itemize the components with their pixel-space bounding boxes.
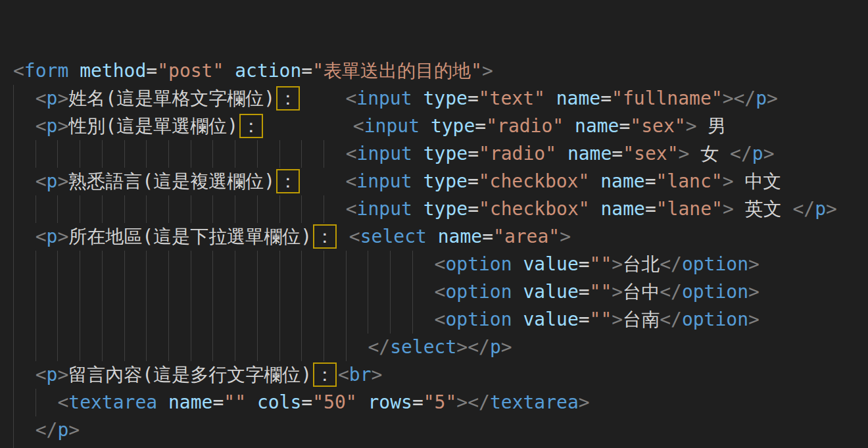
- code-token: "sex": [623, 143, 678, 164]
- code-token: =: [146, 60, 157, 82]
- code-line[interactable]: <option value="">台中</option>: [13, 278, 868, 306]
- code-line[interactable]: <p><input type="submit" value="送出表單"></p…: [13, 444, 868, 448]
- code-token: =: [645, 170, 656, 192]
- code-token: option: [445, 309, 512, 330]
- code-token: [338, 226, 349, 247]
- indent-guide: [13, 85, 36, 112]
- code-token: "lane": [656, 198, 723, 220]
- code-token: 台中: [623, 281, 660, 303]
- code-token: <: [346, 198, 357, 220]
- code-token: </: [36, 419, 58, 441]
- code-token: >: [826, 198, 837, 220]
- code-token: "": [590, 309, 612, 330]
- code-token: 性別(這是單選欄位): [68, 115, 238, 137]
- indent-guide: [13, 389, 57, 416]
- code-token: input: [357, 198, 412, 220]
- code-token: p: [47, 364, 58, 386]
- code-line[interactable]: </select></p>: [13, 334, 868, 361]
- code-token: </: [468, 391, 490, 413]
- code-token: name: [575, 115, 619, 137]
- code-token: cols: [257, 391, 301, 413]
- code-token: >: [482, 60, 493, 82]
- code-token: input: [357, 143, 412, 164]
- code-line[interactable]: <option value="">台南</option>: [13, 306, 868, 334]
- code-token: </: [793, 198, 815, 220]
- code-token: =: [619, 115, 630, 137]
- code-token: >: [679, 143, 690, 164]
- code-token: p: [47, 226, 58, 247]
- code-line[interactable]: <p>留言內容(這是多行文字欄位)：<br>: [13, 361, 868, 389]
- code-token: "": [590, 281, 612, 303]
- code-token: select: [390, 336, 456, 358]
- code-token: >: [501, 336, 512, 358]
- code-token: </: [368, 336, 390, 358]
- code-token: [589, 170, 600, 192]
- code-token: </: [730, 143, 752, 164]
- code-token: value: [523, 309, 578, 330]
- code-line[interactable]: <textarea name="" cols="50" rows="5"></t…: [13, 389, 868, 416]
- code-line[interactable]: <p>性別(這是單選欄位)： <input type="radio" name=…: [13, 112, 868, 140]
- code-token: >: [612, 309, 623, 330]
- code-line[interactable]: <input type="radio" name="sex"> 女 </p>: [13, 140, 868, 168]
- code-token: type: [423, 143, 468, 164]
- code-token: type: [423, 170, 467, 192]
- code-token: <: [345, 87, 356, 109]
- code-token: >: [748, 281, 760, 303]
- code-line[interactable]: <p>所在地區(這是下拉選單欄位)： <select name="area">: [13, 223, 868, 251]
- code-token: <: [345, 170, 356, 192]
- code-line[interactable]: <form method="post" action="表單送出的目的地">: [13, 57, 868, 85]
- code-token: </: [734, 87, 756, 109]
- code-token: "fullname": [612, 87, 723, 109]
- code-token: name: [556, 87, 600, 109]
- code-token: [412, 170, 423, 192]
- code-token: name: [600, 170, 644, 192]
- code-token: [590, 198, 601, 220]
- code-token: "表單送出的目的地": [312, 60, 482, 82]
- code-token: [357, 391, 368, 413]
- code-token: form: [24, 60, 68, 82]
- code-token: >: [686, 115, 697, 137]
- code-token: =: [475, 115, 486, 137]
- code-line[interactable]: <option value="">台北</option>: [13, 251, 868, 278]
- code-token: 所在地區(這是下拉選單欄位): [68, 226, 312, 247]
- code-token: <: [36, 226, 47, 247]
- code-token: p: [47, 87, 58, 109]
- code-token: [427, 226, 438, 247]
- code-token: p: [752, 143, 763, 164]
- code-token: <: [435, 281, 446, 303]
- code-token: "": [590, 253, 612, 275]
- code-token: value: [523, 253, 578, 275]
- indent-guide: [13, 334, 368, 361]
- code-token: name: [600, 198, 644, 220]
- code-token: name: [438, 226, 482, 247]
- code-line[interactable]: <p>熟悉語言(這是複選欄位)： <input type="checkbox" …: [13, 168, 868, 195]
- code-token: >: [57, 87, 68, 109]
- code-token: [512, 253, 523, 275]
- code-token: 英文: [734, 198, 793, 220]
- code-token: <: [36, 115, 47, 137]
- unicode-highlight-box: ：: [313, 362, 337, 387]
- code-token: 熟悉語言(這是複選欄位): [68, 170, 275, 192]
- code-token: =: [482, 226, 493, 247]
- code-token: textarea: [68, 391, 157, 413]
- code-token: =: [468, 143, 479, 164]
- code-token: >: [57, 170, 68, 192]
- code-token: type: [423, 198, 468, 220]
- code-token: "radio": [486, 115, 564, 137]
- code-token: "sex": [630, 115, 685, 137]
- code-token: >: [767, 87, 778, 109]
- code-token: "5": [423, 391, 457, 413]
- indent-guide: [13, 278, 435, 306]
- code-line[interactable]: <input type="checkbox" name="lane"> 英文 <…: [13, 195, 868, 223]
- code-token: "area": [493, 226, 560, 247]
- code-editor[interactable]: <form method="post" action="表單送出的目的地"><p…: [0, 0, 868, 448]
- code-token: >: [748, 253, 760, 275]
- code-token: [301, 170, 345, 192]
- code-line[interactable]: <p>姓名(這是單格文字欄位)： <input type="text" name…: [13, 85, 868, 112]
- indent-guide: [13, 223, 36, 251]
- code-token: option: [445, 253, 512, 275]
- code-token: =: [645, 198, 656, 220]
- unicode-highlight-box: ：: [276, 86, 300, 111]
- code-line[interactable]: </p>: [13, 416, 868, 444]
- code-token: [224, 60, 235, 82]
